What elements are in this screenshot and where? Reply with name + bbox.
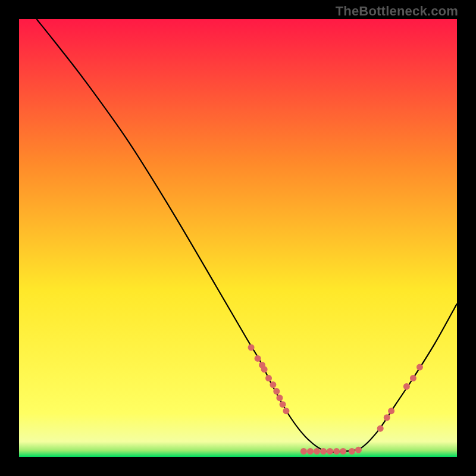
data-point [410,375,416,381]
data-point [300,448,307,455]
watermark-label: TheBottleneck.com [336,4,458,19]
data-point [280,401,286,408]
data-point [320,448,327,455]
chart-container: TheBottleneck.com [0,0,476,476]
data-point [273,388,280,394]
data-point [314,448,320,455]
data-point [307,448,314,455]
data-point [403,383,410,390]
data-point [355,447,362,453]
data-point [416,364,423,371]
data-point [255,355,261,362]
data-point [265,375,272,381]
data-point [283,408,289,414]
data-point [248,345,255,351]
data-point [340,448,346,455]
data-point [276,394,283,401]
data-point [333,448,340,455]
plot-area [19,19,457,457]
data-point [327,448,333,455]
data-point [270,381,276,388]
bottleneck-curve-chart [19,19,457,457]
data-point [349,448,355,455]
data-point [388,408,394,414]
data-point [261,366,268,372]
data-point [377,425,384,432]
chart-background [19,19,457,457]
data-point [384,414,390,421]
